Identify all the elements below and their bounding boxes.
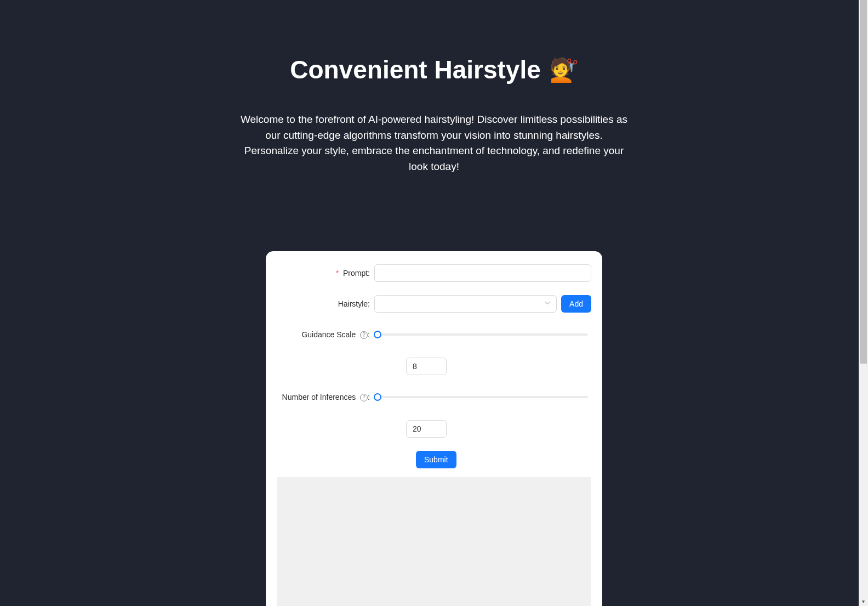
num-inferences-control (374, 390, 591, 438)
hairstyle-control: Add (374, 295, 591, 313)
num-inferences-label: Number of Inferences ?: (277, 388, 374, 406)
help-icon[interactable]: ? (360, 331, 368, 339)
guidance-scale-input[interactable] (406, 358, 447, 375)
submit-button[interactable]: Submit (416, 451, 456, 468)
guidance-scale-control (374, 328, 591, 375)
guidance-scale-slider-container (374, 326, 591, 375)
submit-row: Submit (277, 451, 591, 468)
num-inferences-input[interactable] (406, 420, 447, 438)
scrollbar[interactable]: ▴ ▾ (859, 0, 868, 606)
hairstyle-select[interactable] (374, 295, 557, 313)
num-inferences-slider-handle[interactable] (374, 393, 381, 401)
hairstyle-label: Hairstyle: (277, 295, 374, 313)
hairstyle-label-text: Hairstyle (338, 299, 368, 308)
title-text: Convenient Hairstyle (290, 55, 541, 84)
num-inferences-slider-container (374, 388, 591, 438)
scrollbar-thumb[interactable] (860, 0, 867, 364)
haircut-emoji-icon: 💇 (550, 56, 578, 83)
description-text: Welcome to the forefront of AI-powered h… (237, 112, 631, 174)
header-section: Convenient Hairstyle 💇 Welcome to the fo… (0, 0, 868, 196)
prompt-label-text: Prompt (343, 269, 368, 277)
form-card: * Prompt: Hairstyle: (266, 251, 602, 606)
prompt-control (374, 264, 591, 282)
hairstyle-row: Hairstyle: Add (277, 295, 591, 313)
main-container: Convenient Hairstyle 💇 Welcome to the fo… (0, 0, 868, 606)
guidance-scale-label-text: Guidance Scale (301, 330, 356, 339)
hairstyle-select-wrapper (374, 295, 557, 313)
help-icon[interactable]: ? (360, 394, 368, 401)
prompt-label: * Prompt: (277, 264, 374, 282)
add-button[interactable]: Add (561, 295, 591, 313)
guidance-scale-slider[interactable] (378, 333, 588, 336)
guidance-scale-slider-handle[interactable] (374, 331, 381, 338)
prompt-input[interactable] (374, 264, 591, 282)
required-asterisk-icon: * (336, 269, 339, 277)
prompt-row: * Prompt: (277, 264, 591, 282)
num-inferences-slider[interactable] (378, 396, 588, 398)
output-area (277, 477, 591, 606)
num-inferences-label-text: Number of Inferences (282, 393, 356, 401)
num-inferences-row: Number of Inferences ?: (277, 388, 591, 438)
guidance-scale-row: Guidance Scale ?: (277, 326, 591, 375)
page-title: Convenient Hairstyle 💇 (290, 55, 578, 84)
guidance-scale-label: Guidance Scale ?: (277, 326, 374, 343)
scrollbar-down-icon[interactable]: ▾ (859, 597, 868, 606)
